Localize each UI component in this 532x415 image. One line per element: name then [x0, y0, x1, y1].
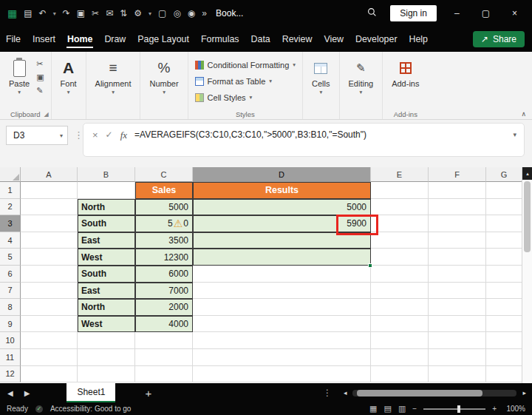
pin-icon[interactable]: ◎ — [173, 8, 180, 18]
vertical-scrollbar-thumb[interactable] — [524, 181, 531, 252]
cell-sales[interactable]: 5000 — [135, 199, 193, 216]
grid-cell[interactable] — [429, 266, 486, 283]
cell-results-header[interactable]: Results — [193, 182, 371, 199]
alignment-button[interactable]: ≡ Alignment ▾ — [90, 56, 137, 97]
grid-cell[interactable] — [21, 366, 78, 383]
column-header-b[interactable]: B — [78, 167, 135, 182]
cell-sales-header[interactable]: Sales — [135, 182, 193, 199]
format-as-table-button[interactable]: Format as Table ▾ — [192, 74, 299, 88]
cut-button-icon[interactable]: ✂ — [36, 59, 44, 69]
vertical-scrollbar[interactable]: ▴ — [522, 167, 532, 383]
scroll-up-icon[interactable]: ▴ — [522, 167, 532, 180]
grid-cell[interactable] — [21, 299, 78, 316]
cells-button[interactable]: Cells ▾ — [307, 56, 335, 97]
copy-button-icon[interactable]: ▣ — [36, 72, 44, 82]
conditional-formatting-button[interactable]: Conditional Formatting ▾ — [192, 58, 299, 72]
grid-cell[interactable] — [21, 316, 78, 333]
zoom-in-button[interactable]: + — [492, 405, 497, 413]
addins-button[interactable]: Add-ins — [386, 56, 424, 90]
number-button[interactable]: % Number ▾ — [144, 56, 183, 97]
grid-cell[interactable] — [371, 332, 429, 349]
select-all-corner[interactable] — [0, 167, 21, 182]
grid-cell[interactable] — [78, 332, 135, 349]
grid-cell[interactable] — [21, 266, 78, 283]
grid-cell[interactable] — [429, 232, 486, 249]
paste-button[interactable]: Paste ▾ — [4, 56, 35, 97]
scroll-right-icon[interactable]: ▸ — [522, 389, 526, 397]
zoom-slider[interactable] — [423, 408, 485, 410]
cell-region[interactable]: North — [78, 299, 135, 316]
grid-cell[interactable] — [78, 366, 135, 383]
share-button[interactable]: ↗ Share — [473, 31, 525, 47]
grid-cell[interactable] — [135, 332, 193, 349]
column-header-c[interactable]: C — [135, 167, 193, 182]
tab-insert[interactable]: Insert — [27, 27, 61, 52]
cell-sales-with-warning[interactable]: 5 ⚠ 0 — [135, 215, 193, 232]
tab-view[interactable]: View — [318, 27, 349, 52]
grid-cell[interactable] — [21, 232, 78, 249]
grid-cell[interactable] — [21, 349, 78, 366]
grid-cell[interactable] — [193, 266, 371, 283]
grid-cell[interactable] — [371, 266, 429, 283]
grid-cell[interactable] — [486, 249, 522, 266]
grid-cell[interactable] — [486, 232, 522, 249]
cell-styles-button[interactable]: Cell Styles ▾ — [192, 90, 299, 104]
row-header[interactable]: 11 — [0, 349, 21, 366]
sign-in-button[interactable]: Sign in — [390, 5, 437, 21]
grid-cell[interactable] — [21, 332, 78, 349]
settings-icon[interactable]: ⚙ — [134, 8, 142, 18]
cell-result[interactable]: 5000 — [193, 199, 371, 216]
cut-icon[interactable]: ✂ — [92, 8, 99, 18]
grid-cell[interactable] — [429, 215, 486, 232]
grid-cell[interactable] — [429, 182, 486, 199]
cell-region[interactable]: South — [78, 266, 135, 283]
grid-cell[interactable] — [429, 349, 486, 366]
grid-cell[interactable] — [371, 249, 429, 266]
fill-handle[interactable] — [368, 263, 372, 268]
grid-cell[interactable] — [486, 182, 522, 199]
grid-cell[interactable] — [193, 283, 371, 300]
tab-review[interactable]: Review — [276, 27, 318, 52]
row-header[interactable]: 1 — [0, 182, 21, 199]
column-header-g[interactable]: G — [486, 167, 522, 182]
sheet-menu-icon[interactable]: ⋮ — [323, 388, 332, 398]
grid-cell[interactable] — [135, 366, 193, 383]
cell-sales[interactable]: 2000 — [135, 299, 193, 316]
grid-cell[interactable] — [429, 283, 486, 300]
grid-cell[interactable] — [429, 366, 486, 383]
row-header[interactable]: 4 — [0, 232, 21, 249]
next-sheet-icon[interactable]: ▶ — [24, 389, 30, 397]
grid-cell[interactable] — [429, 332, 486, 349]
row-header[interactable]: 2 — [0, 199, 21, 216]
grid-cell[interactable] — [371, 349, 429, 366]
row-header[interactable]: 9 — [0, 316, 21, 333]
expand-formula-bar-icon[interactable]: ▾ — [513, 129, 516, 138]
grid-cell[interactable] — [371, 316, 429, 333]
redo-icon[interactable]: ↷ — [63, 8, 70, 18]
sort-icon[interactable]: ⇅ — [120, 8, 127, 18]
grid-cell[interactable] — [21, 199, 78, 216]
close-button[interactable]: × — [508, 8, 522, 18]
warning-icon[interactable]: ⚠ — [174, 218, 183, 229]
grid-cell[interactable] — [486, 332, 522, 349]
grid-cell[interactable] — [21, 249, 78, 266]
column-header-d[interactable]: D — [193, 167, 371, 182]
tab-draw[interactable]: Draw — [98, 27, 132, 52]
column-header-f[interactable]: F — [429, 167, 486, 182]
tab-page-layout[interactable]: Page Layout — [132, 27, 195, 52]
row-header[interactable]: 10 — [0, 332, 21, 349]
row-header[interactable]: 3 — [0, 215, 21, 232]
tab-help[interactable]: Help — [403, 27, 434, 52]
save-icon[interactable]: ▤ — [24, 8, 32, 18]
cell-region[interactable]: East — [78, 283, 135, 300]
grid-cell[interactable] — [486, 215, 522, 232]
grid-cell[interactable] — [135, 349, 193, 366]
grid-cell[interactable] — [193, 299, 371, 316]
cell-sales[interactable]: 6000 — [135, 266, 193, 283]
grid-cell[interactable] — [486, 316, 522, 333]
undo-icon[interactable]: ↶ — [39, 8, 47, 18]
grid-cell[interactable] — [78, 182, 135, 199]
grid-cell[interactable] — [486, 299, 522, 316]
horizontal-scrollbar[interactable] — [352, 390, 516, 397]
cell-region[interactable]: South — [78, 215, 135, 232]
